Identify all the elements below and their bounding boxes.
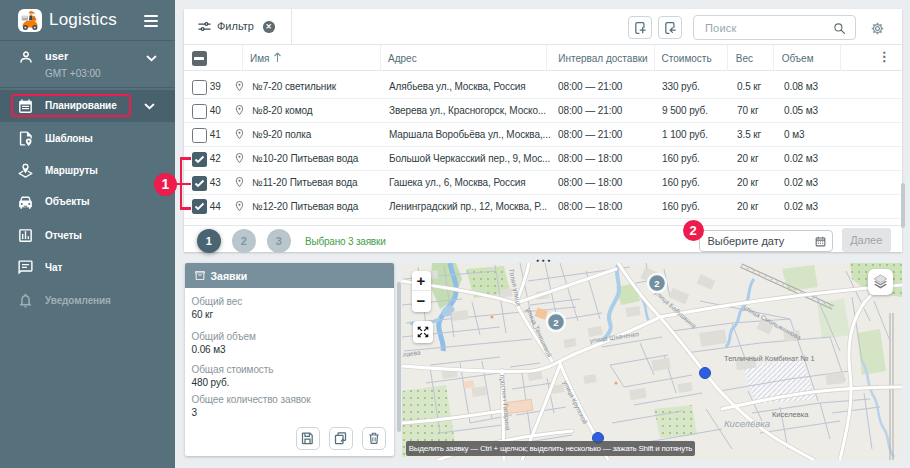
svg-text:2: 2 [553,317,558,328]
svg-text:Киселёвка: Киселёвка [724,418,770,429]
svg-text:Киселевка: Киселевка [772,410,809,419]
svg-text:Тепличный Комбинат № 1: Тепличный Комбинат № 1 [724,354,815,363]
svg-text:2: 2 [654,278,659,289]
